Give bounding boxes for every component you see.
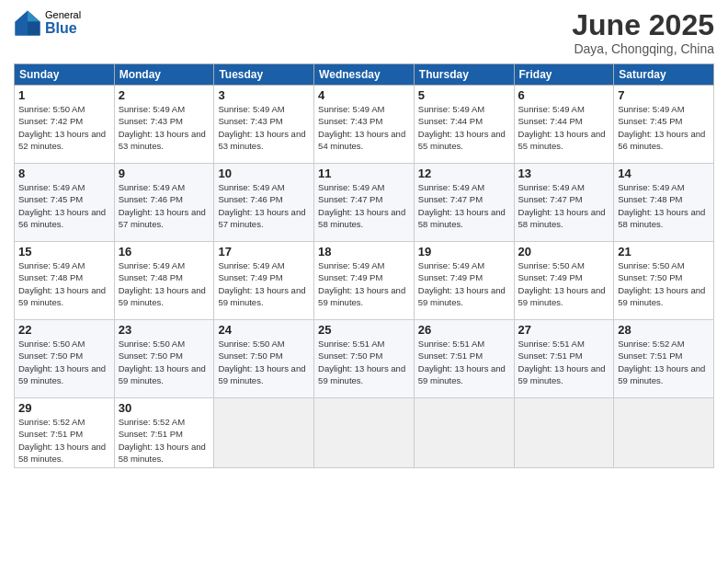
table-row: 29 Sunrise: 5:52 AMSunset: 7:51 PMDaylig… xyxy=(15,398,115,468)
day-info: Sunrise: 5:50 AMSunset: 7:50 PMDaylight:… xyxy=(18,339,106,385)
day-number: 21 xyxy=(618,245,710,259)
header-sunday: Sunday xyxy=(15,64,115,86)
day-number: 12 xyxy=(418,167,510,180)
day-info: Sunrise: 5:50 AMSunset: 7:50 PMDaylight:… xyxy=(218,339,305,385)
day-info: Sunrise: 5:49 AMSunset: 7:48 PMDaylight:… xyxy=(18,260,106,307)
header: General Blue June 2025 Daya, Chongqing, … xyxy=(14,9,714,56)
day-number: 27 xyxy=(518,323,610,337)
table-row: 30 Sunrise: 5:52 AMSunset: 7:51 PMDaylig… xyxy=(114,398,214,468)
day-info: Sunrise: 5:49 AMSunset: 7:43 PMDaylight:… xyxy=(318,104,405,151)
table-row: 13 Sunrise: 5:49 AMSunset: 7:47 PMDaylig… xyxy=(514,164,614,242)
day-info: Sunrise: 5:49 AMSunset: 7:49 PMDaylight:… xyxy=(418,260,506,307)
day-info: Sunrise: 5:49 AMSunset: 7:48 PMDaylight:… xyxy=(618,182,705,229)
table-row: 16 Sunrise: 5:49 AMSunset: 7:48 PMDaylig… xyxy=(114,242,214,320)
table-row: 11 Sunrise: 5:49 AMSunset: 7:47 PMDaylig… xyxy=(314,164,415,242)
table-row: 10 Sunrise: 5:49 AMSunset: 7:46 PMDaylig… xyxy=(214,164,314,242)
logo-blue: Blue xyxy=(45,20,81,37)
table-row: 21 Sunrise: 5:50 AMSunset: 7:50 PMDaylig… xyxy=(614,242,714,320)
title-block: June 2025 Daya, Chongqing, China xyxy=(572,9,714,56)
day-number: 13 xyxy=(518,167,610,180)
day-info: Sunrise: 5:52 AMSunset: 7:51 PMDaylight:… xyxy=(618,339,705,385)
day-number: 17 xyxy=(218,245,310,259)
calendar-row: 22 Sunrise: 5:50 AMSunset: 7:50 PMDaylig… xyxy=(15,320,714,398)
svg-marker-3 xyxy=(28,22,40,36)
day-info: Sunrise: 5:49 AMSunset: 7:47 PMDaylight:… xyxy=(318,182,405,229)
table-row: 17 Sunrise: 5:49 AMSunset: 7:49 PMDaylig… xyxy=(214,242,314,320)
day-info: Sunrise: 5:52 AMSunset: 7:51 PMDaylight:… xyxy=(18,417,106,464)
table-row: 9 Sunrise: 5:49 AMSunset: 7:46 PMDayligh… xyxy=(114,164,214,242)
calendar-header-row: Sunday Monday Tuesday Wednesday Thursday… xyxy=(15,64,714,86)
day-number: 24 xyxy=(218,323,310,337)
day-number: 3 xyxy=(218,88,310,102)
day-info: Sunrise: 5:49 AMSunset: 7:43 PMDaylight:… xyxy=(218,104,305,151)
day-number: 20 xyxy=(518,245,610,259)
day-number: 2 xyxy=(119,88,210,102)
table-row: 26 Sunrise: 5:51 AMSunset: 7:51 PMDaylig… xyxy=(414,320,514,398)
day-info: Sunrise: 5:49 AMSunset: 7:45 PMDaylight:… xyxy=(18,182,106,229)
day-number: 29 xyxy=(18,401,110,415)
table-row: 4 Sunrise: 5:49 AMSunset: 7:43 PMDayligh… xyxy=(314,86,415,164)
table-row xyxy=(414,398,514,468)
day-info: Sunrise: 5:49 AMSunset: 7:47 PMDaylight:… xyxy=(518,182,606,229)
day-number: 22 xyxy=(18,323,110,337)
day-number: 15 xyxy=(18,245,110,259)
table-row: 24 Sunrise: 5:50 AMSunset: 7:50 PMDaylig… xyxy=(214,320,314,398)
day-info: Sunrise: 5:49 AMSunset: 7:47 PMDaylight:… xyxy=(418,182,506,229)
day-number: 5 xyxy=(418,88,510,102)
day-number: 30 xyxy=(119,401,210,415)
table-row: 23 Sunrise: 5:50 AMSunset: 7:50 PMDaylig… xyxy=(114,320,214,398)
header-tuesday: Tuesday xyxy=(214,64,314,86)
day-info: Sunrise: 5:49 AMSunset: 7:48 PMDaylight:… xyxy=(119,260,206,307)
table-row xyxy=(614,398,714,468)
table-row: 8 Sunrise: 5:49 AMSunset: 7:45 PMDayligh… xyxy=(15,164,115,242)
logo: General Blue xyxy=(14,9,81,37)
table-row: 15 Sunrise: 5:49 AMSunset: 7:48 PMDaylig… xyxy=(15,242,115,320)
table-row xyxy=(514,398,614,468)
day-number: 26 xyxy=(418,323,510,337)
day-number: 1 xyxy=(18,88,110,102)
header-thursday: Thursday xyxy=(414,64,514,86)
calendar-row: 8 Sunrise: 5:49 AMSunset: 7:45 PMDayligh… xyxy=(15,164,714,242)
table-row: 12 Sunrise: 5:49 AMSunset: 7:47 PMDaylig… xyxy=(414,164,514,242)
day-info: Sunrise: 5:49 AMSunset: 7:45 PMDaylight:… xyxy=(618,104,705,151)
day-info: Sunrise: 5:49 AMSunset: 7:44 PMDaylight:… xyxy=(418,104,506,151)
day-info: Sunrise: 5:51 AMSunset: 7:51 PMDaylight:… xyxy=(418,339,506,385)
day-info: Sunrise: 5:51 AMSunset: 7:50 PMDaylight:… xyxy=(318,339,405,385)
table-row: 25 Sunrise: 5:51 AMSunset: 7:50 PMDaylig… xyxy=(314,320,415,398)
day-info: Sunrise: 5:51 AMSunset: 7:51 PMDaylight:… xyxy=(518,339,606,385)
day-info: Sunrise: 5:50 AMSunset: 7:42 PMDaylight:… xyxy=(18,104,106,151)
calendar-row: 15 Sunrise: 5:49 AMSunset: 7:48 PMDaylig… xyxy=(15,242,714,320)
table-row: 19 Sunrise: 5:49 AMSunset: 7:49 PMDaylig… xyxy=(414,242,514,320)
day-number: 11 xyxy=(318,167,410,180)
table-row: 20 Sunrise: 5:50 AMSunset: 7:49 PMDaylig… xyxy=(514,242,614,320)
day-number: 23 xyxy=(119,323,210,337)
calendar-row: 1 Sunrise: 5:50 AMSunset: 7:42 PMDayligh… xyxy=(15,86,714,164)
table-row: 22 Sunrise: 5:50 AMSunset: 7:50 PMDaylig… xyxy=(15,320,115,398)
table-row: 1 Sunrise: 5:50 AMSunset: 7:42 PMDayligh… xyxy=(15,86,115,164)
table-row: 28 Sunrise: 5:52 AMSunset: 7:51 PMDaylig… xyxy=(614,320,714,398)
header-wednesday: Wednesday xyxy=(314,64,415,86)
table-row: 6 Sunrise: 5:49 AMSunset: 7:44 PMDayligh… xyxy=(514,86,614,164)
logo-icon xyxy=(14,9,41,37)
logo-text: General Blue xyxy=(45,9,81,37)
day-info: Sunrise: 5:52 AMSunset: 7:51 PMDaylight:… xyxy=(119,417,206,464)
day-info: Sunrise: 5:49 AMSunset: 7:46 PMDaylight:… xyxy=(119,182,206,229)
day-info: Sunrise: 5:49 AMSunset: 7:49 PMDaylight:… xyxy=(218,260,305,307)
table-row: 7 Sunrise: 5:49 AMSunset: 7:45 PMDayligh… xyxy=(614,86,714,164)
day-info: Sunrise: 5:50 AMSunset: 7:49 PMDaylight:… xyxy=(518,260,606,307)
day-number: 28 xyxy=(618,323,710,337)
calendar-row: 29 Sunrise: 5:52 AMSunset: 7:51 PMDaylig… xyxy=(15,398,714,468)
day-number: 9 xyxy=(119,167,210,180)
svg-marker-2 xyxy=(16,22,28,36)
day-number: 8 xyxy=(18,167,110,180)
page: General Blue June 2025 Daya, Chongqing, … xyxy=(0,0,728,563)
day-info: Sunrise: 5:49 AMSunset: 7:46 PMDaylight:… xyxy=(218,182,305,229)
day-number: 10 xyxy=(218,167,310,180)
day-info: Sunrise: 5:49 AMSunset: 7:49 PMDaylight:… xyxy=(318,260,405,307)
table-row: 5 Sunrise: 5:49 AMSunset: 7:44 PMDayligh… xyxy=(414,86,514,164)
logo-general: General xyxy=(45,9,81,20)
table-row xyxy=(214,398,314,468)
table-row: 14 Sunrise: 5:49 AMSunset: 7:48 PMDaylig… xyxy=(614,164,714,242)
day-number: 4 xyxy=(318,88,410,102)
day-info: Sunrise: 5:49 AMSunset: 7:44 PMDaylight:… xyxy=(518,104,606,151)
